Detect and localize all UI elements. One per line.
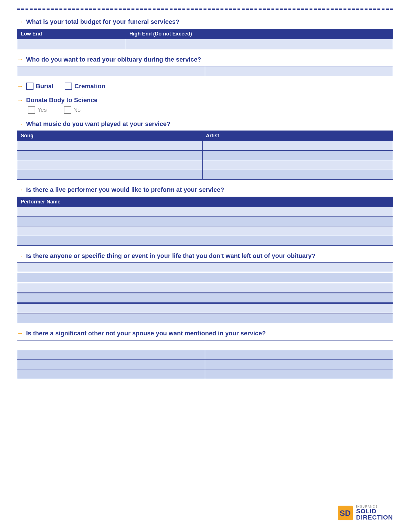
burial-checkbox[interactable]	[26, 83, 33, 90]
sig-col2-row3[interactable]	[205, 359, 393, 369]
obit-events-question-row: → Is there anyone or specific thing or e…	[17, 252, 393, 260]
table-row	[17, 151, 393, 160]
arrow-icon-obit-events: →	[17, 252, 23, 260]
music-artist-3[interactable]	[202, 160, 393, 170]
budget-table: Low End High End (Do not Exceed)	[17, 29, 393, 49]
obituary-input-row	[17, 66, 393, 76]
svg-text:SD: SD	[340, 509, 351, 518]
sig-col1-row2[interactable]	[17, 350, 205, 359]
performer-name-1[interactable]	[17, 207, 393, 216]
sig-col2-row4[interactable]	[205, 369, 393, 379]
donate-no-option[interactable]: No	[64, 106, 81, 114]
donate-header-row: → Donate Body to Science	[17, 96, 393, 104]
table-row	[17, 226, 393, 236]
obit-line-2[interactable]	[17, 273, 393, 282]
sig-col1-row4[interactable]	[17, 369, 205, 379]
arrow-icon-performer: →	[17, 186, 23, 194]
logo-direction-text: DIRECTION	[356, 514, 393, 521]
donate-yes-checkbox[interactable]	[28, 106, 35, 114]
sig-col1-row1[interactable]	[17, 340, 205, 350]
music-artist-2[interactable]	[202, 151, 393, 160]
budget-highend-input[interactable]	[126, 39, 393, 49]
logo-solid-text: SOLID	[356, 508, 393, 514]
performer-question-row: → Is there a live performer you would li…	[17, 186, 393, 194]
cremation-label: Cremation	[74, 83, 105, 90]
arrow-icon-sig-other: →	[17, 330, 23, 337]
table-row	[17, 207, 393, 216]
obituary-question-row: → Who do you want to read your obituary …	[17, 56, 393, 64]
budget-question-text: What is your total budget for your funer…	[26, 18, 179, 26]
arrow-icon-donate: →	[17, 96, 23, 104]
sig-col1-row3[interactable]	[17, 359, 205, 369]
performer-name-3[interactable]	[17, 226, 393, 236]
performer-table: Performer Name	[17, 197, 393, 246]
music-question-row: → What music do you want played at your …	[17, 120, 393, 128]
donate-options-row: Yes No	[28, 106, 393, 114]
cremation-checkbox[interactable]	[65, 83, 72, 90]
donate-section: → Donate Body to Science Yes No	[17, 96, 393, 114]
music-question-text: What music do you want played at your se…	[26, 120, 171, 128]
logo-text: INSURANCE SOLID DIRECTION	[356, 505, 393, 521]
obit-line-3[interactable]	[17, 283, 393, 293]
burial-label: Burial	[36, 83, 53, 90]
sig-other-question-text: Is there a significant other not your sp…	[26, 329, 266, 337]
obituary-question-text: Who do you want to read your obituary du…	[26, 56, 201, 64]
table-row	[17, 141, 393, 151]
obit-line-6[interactable]	[17, 314, 393, 323]
obit-events-question-text: Is there anyone or specific thing or eve…	[26, 252, 316, 260]
performer-name-4[interactable]	[17, 236, 393, 245]
table-row	[17, 170, 393, 180]
obituary-lines	[17, 262, 393, 323]
table-row	[17, 236, 393, 245]
logo-area: SD INSURANCE SOLID DIRECTION	[338, 505, 393, 521]
burial-cremation-row: → Burial Cremation	[17, 83, 393, 90]
donate-no-checkbox[interactable]	[64, 106, 71, 114]
obituary-input-left[interactable]	[17, 66, 205, 76]
table-row	[17, 359, 393, 369]
music-song-2[interactable]	[17, 151, 203, 160]
performer-name-2[interactable]	[17, 216, 393, 226]
burial-option[interactable]: Burial	[26, 83, 53, 90]
sig-other-table	[17, 340, 393, 379]
sig-col2-row2[interactable]	[205, 350, 393, 359]
obit-line-1[interactable]	[17, 262, 393, 272]
budget-col-highend: High End (Do not Exceed)	[126, 29, 393, 39]
music-song-4[interactable]	[17, 170, 203, 180]
budget-lowend-input[interactable]	[17, 39, 126, 49]
performer-question-text: Is there a live performer you would like…	[26, 186, 224, 194]
table-row	[17, 216, 393, 226]
sd-logo-icon: SD	[338, 506, 353, 520]
music-song-3[interactable]	[17, 160, 203, 170]
sig-col2-row1[interactable]	[205, 340, 393, 350]
budget-question-row: → What is your total budget for your fun…	[17, 18, 393, 26]
table-row	[17, 340, 393, 350]
top-dashed-border	[17, 9, 393, 10]
obit-line-4[interactable]	[17, 293, 393, 303]
cremation-option[interactable]: Cremation	[65, 83, 105, 90]
table-row	[17, 39, 393, 49]
table-row	[17, 350, 393, 359]
music-song-1[interactable]	[17, 141, 203, 151]
donate-label: Donate Body to Science	[26, 96, 98, 104]
music-artist-1[interactable]	[202, 141, 393, 151]
music-col-song: Song	[17, 131, 203, 141]
donate-yes-option[interactable]: Yes	[28, 106, 47, 114]
arrow-icon-burial: →	[17, 83, 23, 90]
music-table: Song Artist	[17, 131, 393, 180]
obit-line-5[interactable]	[17, 303, 393, 313]
obituary-input-right[interactable]	[205, 66, 393, 76]
budget-col-lowend: Low End	[17, 29, 126, 39]
table-row	[17, 369, 393, 379]
arrow-icon-obituary: →	[17, 56, 23, 63]
donate-yes-label: Yes	[37, 107, 47, 113]
music-artist-4[interactable]	[202, 170, 393, 180]
performer-col-name: Performer Name	[17, 197, 393, 207]
music-col-artist: Artist	[202, 131, 393, 141]
arrow-icon-budget: →	[17, 18, 23, 26]
arrow-icon-music: →	[17, 120, 23, 128]
donate-no-label: No	[73, 107, 81, 113]
sig-other-question-row: → Is there a significant other not your …	[17, 329, 393, 337]
table-row	[17, 160, 393, 170]
